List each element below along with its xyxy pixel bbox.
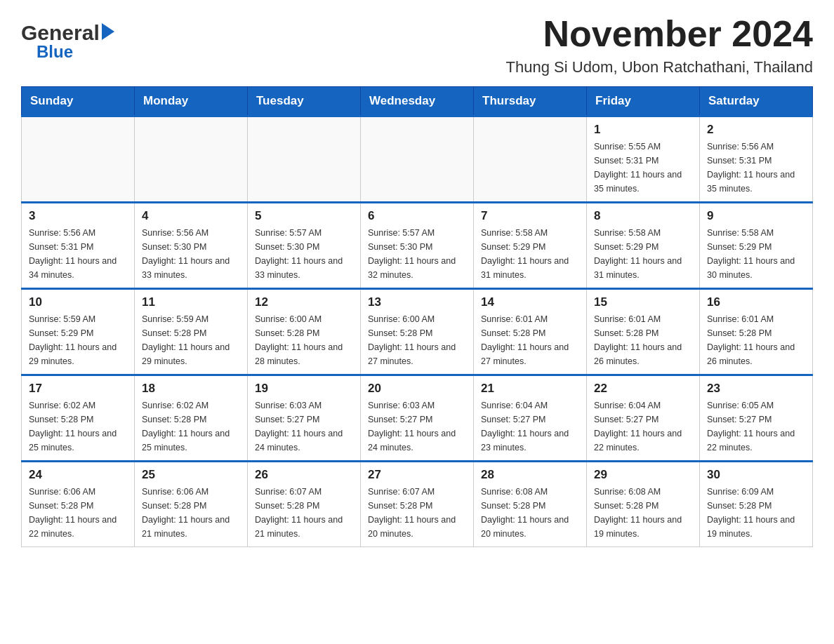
day-number: 28 [481,468,579,482]
calendar-week-row: 24Sunrise: 6:06 AMSunset: 5:28 PMDayligh… [22,462,813,547]
day-info: Sunrise: 5:56 AMSunset: 5:31 PMDaylight:… [707,140,805,196]
calendar-cell: 12Sunrise: 6:00 AMSunset: 5:28 PMDayligh… [248,289,361,375]
day-info: Sunrise: 5:58 AMSunset: 5:29 PMDaylight:… [707,226,805,282]
day-info: Sunrise: 6:09 AMSunset: 5:28 PMDaylight:… [707,485,805,541]
day-number: 7 [481,209,579,223]
day-info: Sunrise: 6:04 AMSunset: 5:27 PMDaylight:… [481,398,579,455]
calendar-cell: 24Sunrise: 6:06 AMSunset: 5:28 PMDayligh… [22,462,135,547]
day-info: Sunrise: 5:56 AMSunset: 5:30 PMDaylight:… [142,226,240,282]
calendar-cell: 20Sunrise: 6:03 AMSunset: 5:27 PMDayligh… [361,375,474,462]
calendar-cell: 8Sunrise: 5:58 AMSunset: 5:29 PMDaylight… [587,203,700,289]
day-info: Sunrise: 6:03 AMSunset: 5:27 PMDaylight:… [255,398,353,455]
calendar-cell: 21Sunrise: 6:04 AMSunset: 5:27 PMDayligh… [474,375,587,462]
calendar-header-thursday: Thursday [474,87,587,116]
calendar-cell: 11Sunrise: 5:59 AMSunset: 5:28 PMDayligh… [135,289,248,375]
calendar-cell: 27Sunrise: 6:07 AMSunset: 5:28 PMDayligh… [361,462,474,547]
day-number: 26 [255,468,353,482]
day-number: 13 [368,295,466,309]
day-number: 17 [29,382,127,396]
calendar-header-tuesday: Tuesday [248,87,361,116]
calendar-cell: 16Sunrise: 6:01 AMSunset: 5:28 PMDayligh… [700,289,813,375]
page-header: General Blue November 2024 Thung Si Udom… [21,14,813,76]
day-info: Sunrise: 6:07 AMSunset: 5:28 PMDaylight:… [368,485,466,541]
calendar-cell: 14Sunrise: 6:01 AMSunset: 5:28 PMDayligh… [474,289,587,375]
calendar-cell: 10Sunrise: 5:59 AMSunset: 5:29 PMDayligh… [22,289,135,375]
day-info: Sunrise: 5:55 AMSunset: 5:31 PMDaylight:… [594,140,692,196]
calendar-cell: 1Sunrise: 5:55 AMSunset: 5:31 PMDaylight… [587,116,700,203]
calendar-cell: 2Sunrise: 5:56 AMSunset: 5:31 PMDaylight… [700,116,813,203]
calendar-cell: 25Sunrise: 6:06 AMSunset: 5:28 PMDayligh… [135,462,248,547]
calendar-cell: 15Sunrise: 6:01 AMSunset: 5:28 PMDayligh… [587,289,700,375]
day-info: Sunrise: 6:06 AMSunset: 5:28 PMDaylight:… [29,485,127,541]
day-number: 9 [707,209,805,223]
day-info: Sunrise: 6:02 AMSunset: 5:28 PMDaylight:… [29,398,127,455]
day-info: Sunrise: 6:01 AMSunset: 5:28 PMDaylight:… [594,312,692,368]
day-number: 12 [255,295,353,309]
day-number: 1 [594,123,692,137]
page-subtitle: Thung Si Udom, Ubon Ratchathani, Thailan… [506,58,813,76]
day-number: 27 [368,468,466,482]
calendar-header-sunday: Sunday [22,87,135,116]
day-info: Sunrise: 6:08 AMSunset: 5:28 PMDaylight:… [481,485,579,541]
day-number: 22 [594,382,692,396]
calendar-cell: 23Sunrise: 6:05 AMSunset: 5:27 PMDayligh… [700,375,813,462]
day-number: 23 [707,382,805,396]
calendar-cell [135,116,248,203]
calendar-cell [22,116,135,203]
calendar-cell: 5Sunrise: 5:57 AMSunset: 5:30 PMDaylight… [248,203,361,289]
calendar-header-wednesday: Wednesday [361,87,474,116]
day-number: 16 [707,295,805,309]
day-number: 14 [481,295,579,309]
calendar-table: SundayMondayTuesdayWednesdayThursdayFrid… [21,86,813,547]
logo: General Blue [21,21,114,62]
calendar-cell [361,116,474,203]
calendar-cell [474,116,587,203]
logo-blue-text: Blue [37,42,73,61]
day-number: 21 [481,382,579,396]
day-number: 5 [255,209,353,223]
day-number: 15 [594,295,692,309]
day-number: 30 [707,468,805,482]
day-number: 8 [594,209,692,223]
title-section: November 2024 Thung Si Udom, Ubon Ratcha… [506,14,813,76]
day-number: 6 [368,209,466,223]
calendar-cell: 3Sunrise: 5:56 AMSunset: 5:31 PMDaylight… [22,203,135,289]
day-number: 29 [594,468,692,482]
calendar-cell: 6Sunrise: 5:57 AMSunset: 5:30 PMDaylight… [361,203,474,289]
calendar-cell: 18Sunrise: 6:02 AMSunset: 5:28 PMDayligh… [135,375,248,462]
calendar-cell: 29Sunrise: 6:08 AMSunset: 5:28 PMDayligh… [587,462,700,547]
calendar-cell: 28Sunrise: 6:08 AMSunset: 5:28 PMDayligh… [474,462,587,547]
calendar-cell: 7Sunrise: 5:58 AMSunset: 5:29 PMDaylight… [474,203,587,289]
calendar-header-monday: Monday [135,87,248,116]
calendar-cell: 4Sunrise: 5:56 AMSunset: 5:30 PMDaylight… [135,203,248,289]
day-info: Sunrise: 6:00 AMSunset: 5:28 PMDaylight:… [368,312,466,368]
day-info: Sunrise: 6:02 AMSunset: 5:28 PMDaylight:… [142,398,240,455]
day-number: 18 [142,382,240,396]
day-number: 20 [368,382,466,396]
calendar-cell: 26Sunrise: 6:07 AMSunset: 5:28 PMDayligh… [248,462,361,547]
calendar-week-row: 17Sunrise: 6:02 AMSunset: 5:28 PMDayligh… [22,375,813,462]
calendar-header-friday: Friday [587,87,700,116]
calendar-week-row: 1Sunrise: 5:55 AMSunset: 5:31 PMDaylight… [22,116,813,203]
day-number: 4 [142,209,240,223]
day-info: Sunrise: 6:08 AMSunset: 5:28 PMDaylight:… [594,485,692,541]
day-info: Sunrise: 5:57 AMSunset: 5:30 PMDaylight:… [368,226,466,282]
calendar-week-row: 3Sunrise: 5:56 AMSunset: 5:31 PMDaylight… [22,203,813,289]
calendar-cell: 9Sunrise: 5:58 AMSunset: 5:29 PMDaylight… [700,203,813,289]
day-info: Sunrise: 6:01 AMSunset: 5:28 PMDaylight:… [707,312,805,368]
logo-general-text: General [21,21,100,45]
calendar-week-row: 10Sunrise: 5:59 AMSunset: 5:29 PMDayligh… [22,289,813,375]
day-info: Sunrise: 6:03 AMSunset: 5:27 PMDaylight:… [368,398,466,455]
day-number: 24 [29,468,127,482]
calendar-header-row: SundayMondayTuesdayWednesdayThursdayFrid… [22,87,813,116]
day-info: Sunrise: 6:06 AMSunset: 5:28 PMDaylight:… [142,485,240,541]
day-number: 11 [142,295,240,309]
logo-arrow-icon [102,23,114,40]
page-title: November 2024 [506,14,813,54]
calendar-cell: 22Sunrise: 6:04 AMSunset: 5:27 PMDayligh… [587,375,700,462]
calendar-cell [248,116,361,203]
day-number: 10 [29,295,127,309]
calendar-cell: 13Sunrise: 6:00 AMSunset: 5:28 PMDayligh… [361,289,474,375]
day-number: 2 [707,123,805,137]
day-info: Sunrise: 6:07 AMSunset: 5:28 PMDaylight:… [255,485,353,541]
